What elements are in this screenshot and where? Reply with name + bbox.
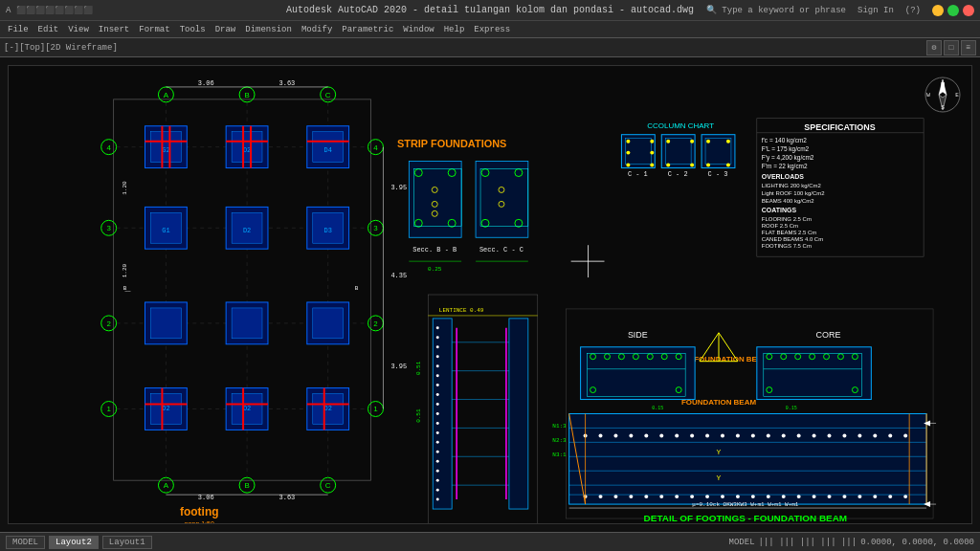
- menu-file[interactable]: File: [4, 25, 33, 34]
- menu-tools[interactable]: Tools: [176, 25, 210, 34]
- menu-insert[interactable]: Insert: [95, 25, 133, 34]
- svg-text:C: C: [325, 481, 331, 490]
- svg-point-291: [873, 495, 877, 498]
- menu-dimension[interactable]: Dimension: [241, 25, 296, 34]
- svg-point-276: [644, 495, 648, 498]
- svg-point-254: [644, 433, 648, 437]
- svg-text:W: W: [926, 92, 930, 99]
- svg-text:LIGHTING          200 kg/Cm2: LIGHTING 200 kg/Cm2: [762, 183, 822, 188]
- svg-text:Y: Y: [717, 474, 722, 482]
- maximize-button[interactable]: [947, 5, 959, 16]
- svg-text:4: 4: [106, 143, 111, 152]
- tab-layout1[interactable]: Layout1: [102, 536, 152, 549]
- menu-modify[interactable]: Modify: [298, 25, 336, 34]
- menu-window[interactable]: Window: [399, 25, 437, 34]
- svg-point-195: [436, 470, 439, 473]
- svg-rect-134: [621, 135, 655, 168]
- svg-text:C: C: [325, 91, 331, 99]
- svg-point-282: [736, 495, 740, 498]
- minimize-button[interactable]: [932, 5, 944, 16]
- svg-point-268: [858, 433, 861, 437]
- svg-text:G2: G2: [162, 146, 169, 154]
- info-icon[interactable]: (?): [905, 6, 921, 15]
- svg-text:nnnn 1:50: nnnn 1:50: [185, 520, 214, 523]
- svg-point-290: [858, 495, 861, 498]
- menu-edit[interactable]: Edit: [34, 25, 63, 34]
- toolbar-btn-1[interactable]: ⚙: [926, 40, 942, 55]
- viewport-label: [-][Top][2D Wireframe]: [4, 43, 118, 53]
- svg-text:B: B: [244, 481, 249, 490]
- menu-help[interactable]: Help: [440, 25, 469, 34]
- svg-text:D2: D2: [324, 405, 332, 412]
- svg-point-287: [813, 495, 816, 498]
- svg-point-192: [436, 441, 439, 444]
- app-icon: A: [6, 6, 11, 15]
- menu-view[interactable]: View: [64, 25, 93, 34]
- svg-point-258: [705, 433, 709, 437]
- svg-text:3.63: 3.63: [279, 79, 296, 87]
- svg-text:CORE: CORE: [816, 330, 841, 340]
- svg-point-147: [690, 164, 694, 167]
- menu-express[interactable]: Express: [470, 25, 514, 34]
- svg-text:F'y = 4,200 kg/cm2: F'y = 4,200 kg/cm2: [762, 154, 814, 162]
- drawing-content: N S W E 4 3 2 1: [9, 66, 971, 523]
- search-box[interactable]: 🔍 Type a keyword or phrase: [706, 5, 846, 15]
- toolbar-btn-3[interactable]: ≡: [961, 40, 976, 55]
- svg-text:3: 3: [106, 224, 111, 232]
- svg-text:N1:3: N1:3: [552, 423, 567, 430]
- svg-text:SPECIFICATIONS: SPECIFICATIONS: [804, 122, 875, 132]
- svg-text:1.20: 1.20: [122, 181, 128, 195]
- svg-point-180: [436, 326, 439, 329]
- svg-text:D2: D2: [243, 146, 251, 154]
- svg-text:OVERLOADS: OVERLOADS: [762, 173, 804, 180]
- svg-point-253: [629, 433, 633, 437]
- svg-point-278: [675, 495, 679, 498]
- svg-text:C - 3: C - 3: [708, 170, 728, 178]
- svg-text:──: ──: [124, 289, 131, 294]
- close-button[interactable]: [963, 5, 974, 16]
- svg-text:μ=0.10ck ΩKW3KW3 W+m1 W+m1 W+m: μ=0.10ck ΩKW3KW3 W+m1 W+m1 W+m1: [692, 501, 798, 508]
- tab-layout2[interactable]: Layout2: [49, 536, 99, 549]
- svg-rect-179: [433, 319, 452, 509]
- svg-rect-65: [232, 308, 262, 339]
- svg-text:2: 2: [106, 320, 111, 328]
- svg-point-266: [828, 433, 832, 437]
- svg-text:A: A: [164, 481, 169, 490]
- titlebar: A ⬛⬛⬛⬛⬛⬛⬛⬛ Autodesk AutoCAD 2020 - detai…: [0, 0, 980, 21]
- svg-point-257: [690, 433, 694, 437]
- svg-point-255: [659, 433, 663, 437]
- svg-text:FOOTINGS          7.5 Cm: FOOTINGS 7.5 Cm: [762, 243, 812, 249]
- svg-text:3: 3: [373, 224, 378, 232]
- tab-model[interactable]: MODEL: [6, 536, 45, 549]
- svg-point-139: [650, 164, 654, 167]
- menu-format[interactable]: Format: [135, 25, 173, 34]
- drawing-board[interactable]: N S W E 4 3 2 1: [8, 65, 972, 524]
- svg-point-274: [613, 495, 617, 498]
- menu-parametric[interactable]: Parametric: [338, 25, 397, 34]
- svg-text:LENTINCE 0.49: LENTINCE 0.49: [439, 307, 484, 314]
- layout2-label: Layout2: [56, 538, 92, 547]
- canvas-area[interactable]: N S W E 4 3 2 1: [0, 57, 980, 532]
- svg-text:3.95: 3.95: [390, 363, 407, 370]
- svg-text:Y: Y: [717, 448, 722, 456]
- svg-text:Light ROOF        100 kg/Cm2: Light ROOF 100 kg/Cm2: [762, 190, 825, 196]
- svg-point-138: [626, 164, 630, 167]
- svg-text:N3:1: N3:1: [552, 452, 567, 458]
- svg-text:D4: D4: [324, 146, 332, 154]
- svg-point-189: [436, 412, 439, 415]
- quick-access-toolbar: ⬛⬛⬛⬛⬛⬛⬛⬛: [16, 6, 93, 14]
- svg-text:C - 1: C - 1: [628, 170, 648, 178]
- svg-text:4: 4: [373, 143, 378, 152]
- svg-point-256: [675, 433, 679, 437]
- svg-text:B: B: [244, 91, 249, 99]
- svg-point-265: [813, 433, 816, 437]
- svg-text:0.51: 0.51: [415, 408, 422, 423]
- sign-in-button[interactable]: Sign In: [858, 6, 894, 15]
- svg-point-251: [599, 433, 603, 437]
- toolbar-btn-2[interactable]: □: [944, 40, 959, 55]
- menu-draw[interactable]: Draw: [212, 25, 240, 34]
- svg-point-288: [828, 495, 832, 498]
- svg-point-144: [666, 140, 670, 143]
- svg-text:FOUNDATION BEAM: FOUNDATION BEAM: [681, 398, 756, 407]
- svg-rect-148: [702, 135, 735, 168]
